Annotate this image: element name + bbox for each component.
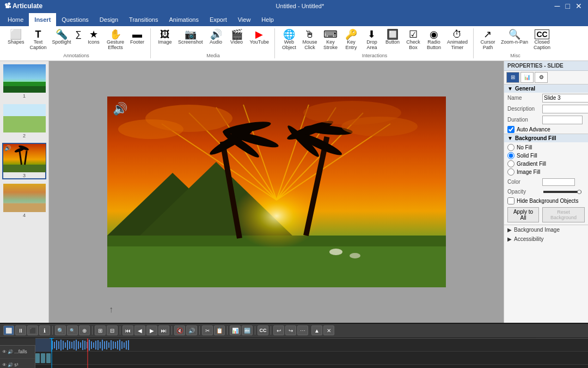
opacity-slider-thumb[interactable] xyxy=(577,190,581,194)
web-object-button[interactable]: 🌐 WebObject xyxy=(279,28,299,52)
cursor-path-button[interactable]: ↗ CursorPath xyxy=(478,28,498,52)
tl-collapse-btn[interactable]: ▲ xyxy=(311,325,322,335)
accessibility-section[interactable]: ▶ Accessibility xyxy=(504,234,588,244)
tl-cc-btn[interactable]: CC xyxy=(258,325,268,335)
slide-canvas[interactable]: 🔊 xyxy=(107,96,446,287)
tl-text-btn[interactable]: 🔤 xyxy=(242,325,253,335)
slide-duration-input[interactable] xyxy=(542,116,583,124)
tl-info-btn[interactable]: ℹ xyxy=(39,325,50,335)
tab-animations[interactable]: Animations xyxy=(163,13,204,26)
window-controls[interactable]: ─ □ ✕ xyxy=(553,2,584,10)
icons-button[interactable]: ★ Icons xyxy=(84,28,103,46)
solid-fill-radio[interactable] xyxy=(507,152,514,159)
tl-forward-end-btn[interactable]: ⏭ xyxy=(158,325,169,335)
gesture-effects-button[interactable]: ✋ GestureEffects xyxy=(105,28,126,52)
mouse-click-button[interactable]: 🖱 MouseClick xyxy=(300,28,320,52)
slide-name-input[interactable] xyxy=(542,94,588,102)
zoom-n-pan-button[interactable]: 🔍 Zoom-n-Pan xyxy=(499,28,530,46)
tl-rewind-start-btn[interactable]: ⏮ xyxy=(122,325,133,335)
tl-undo-btn[interactable]: ↩ xyxy=(273,325,284,335)
slide-thumb-2[interactable]: 2 xyxy=(2,103,46,140)
tl-remove-track-btn[interactable]: ⊟ xyxy=(107,325,118,335)
auto-advance-checkbox[interactable] xyxy=(507,126,514,133)
slide-thumb-4[interactable]: 4 xyxy=(2,183,46,219)
tab-design[interactable]: Design xyxy=(94,13,124,26)
youtube-button[interactable]: ▶ YouTube xyxy=(248,28,271,46)
tab-view[interactable]: View xyxy=(232,13,256,26)
maximize-btn[interactable]: □ xyxy=(566,2,570,10)
tab-home[interactable]: Home xyxy=(2,13,29,26)
tab-export[interactable]: Export xyxy=(204,13,232,26)
tab-questions[interactable]: Questions xyxy=(56,13,94,26)
screenshot-button[interactable]: 📷 Screenshot xyxy=(176,28,205,46)
closed-caption-button[interactable]: CC ClosedCaption xyxy=(531,28,553,52)
audio-waveform-svg xyxy=(35,339,536,352)
tl-select-btn[interactable]: ⬜ xyxy=(3,325,14,335)
button-button[interactable]: 🔲 Button xyxy=(383,28,402,46)
apply-to-all-button[interactable]: Apply to All xyxy=(507,207,539,222)
shapes-button[interactable]: ⬜ Shapes xyxy=(5,28,27,46)
tl-volume-btn[interactable]: 🔊 xyxy=(186,325,197,335)
document-title: Untitled - Untitled* xyxy=(47,3,553,9)
image-button[interactable]: 🖼 Image xyxy=(155,28,175,46)
ribbon-group-misc: ↗ CursorPath 🔍 Zoom-n-Pan CC ClosedCapti… xyxy=(475,28,556,58)
solid-fill-row: Solid Fill xyxy=(507,152,585,160)
spotlight-button[interactable]: 🔦 Spotlight xyxy=(50,28,74,46)
radio-button-button[interactable]: ◉ RadioButton xyxy=(424,28,444,52)
tl-add-track-btn[interactable]: ⊞ xyxy=(95,325,106,335)
tab-transitions[interactable]: Transitions xyxy=(124,13,163,26)
main-canvas: ↑ xyxy=(49,61,504,323)
tl-pause-btn[interactable]: ⏸ xyxy=(15,325,26,335)
close-btn[interactable]: ✕ xyxy=(575,2,582,10)
hide-objects-checkbox[interactable] xyxy=(507,197,514,204)
tl-more-btn[interactable]: ⋯ xyxy=(297,325,308,335)
background-image-section[interactable]: ▶ Background Image xyxy=(504,225,588,234)
tl-chart-btn[interactable]: 📊 xyxy=(230,325,241,335)
tl-zoom-fit-btn[interactable]: 🔍 xyxy=(67,325,78,335)
props-tab-settings[interactable]: ⚙ xyxy=(535,72,548,83)
math-button[interactable]: ∑ xyxy=(75,28,83,40)
footer-button[interactable]: ▬ Footer xyxy=(127,28,147,46)
tl-close-btn[interactable]: ✕ xyxy=(323,325,334,335)
slide-audio-button[interactable]: 🔊 xyxy=(113,102,127,116)
opacity-slider[interactable] xyxy=(543,191,581,193)
drop-area-button[interactable]: ⬇ DropArea xyxy=(362,28,382,52)
tl-zoom-in-btn[interactable]: ⊕ xyxy=(79,325,90,335)
slide-thumb-3[interactable]: 🔊 3 xyxy=(2,143,46,179)
gradient-fill-radio[interactable] xyxy=(507,160,514,167)
tab-help[interactable]: Help xyxy=(256,13,279,26)
svg-point-42 xyxy=(329,249,342,255)
general-section-header[interactable]: ▼ General xyxy=(504,85,588,93)
reset-background-button[interactable]: Reset Background xyxy=(542,207,585,222)
props-tab-layout[interactable]: ⊞ xyxy=(506,72,519,83)
tl-next-frame-btn[interactable]: ▶ xyxy=(146,325,157,335)
video-button[interactable]: 🎬 Video xyxy=(227,28,247,46)
key-stroke-button[interactable]: ⌨ KeyStroke xyxy=(321,28,340,52)
image-fill-radio[interactable] xyxy=(507,168,514,176)
check-box-button[interactable]: ☑ CheckBox xyxy=(403,28,423,52)
slide-description-input[interactable] xyxy=(542,105,588,113)
tl-stop-btn[interactable]: ⬛ xyxy=(27,325,38,335)
slide-thumb-1[interactable]: 1 xyxy=(2,63,46,100)
tab-insert[interactable]: Insert xyxy=(29,13,56,26)
slide-1-svg xyxy=(3,64,46,93)
background-fill-header[interactable]: ▼ Background Fill xyxy=(504,134,588,142)
tl-cut-btn[interactable]: ✂ xyxy=(202,325,213,335)
tl-prev-frame-btn[interactable]: ◀ xyxy=(134,325,145,335)
color-swatch[interactable] xyxy=(542,178,575,186)
audio-button[interactable]: 🔊 Audio xyxy=(206,28,226,46)
minimize-btn[interactable]: ─ xyxy=(555,2,560,10)
tl-redo-btn[interactable]: ↪ xyxy=(285,325,296,335)
props-tab-chart[interactable]: 📊 xyxy=(520,72,534,83)
text-caption-button[interactable]: T TextCaption xyxy=(28,28,49,52)
key-entry-button[interactable]: 🔑 KeyEntry xyxy=(341,28,361,52)
svg-rect-13 xyxy=(3,203,46,212)
tl-mute-btn[interactable]: 🔇 xyxy=(174,325,185,335)
tl-paste-btn[interactable]: 📋 xyxy=(214,325,225,335)
animated-timer-button[interactable]: ⏱ AnimatedTimer xyxy=(445,28,470,52)
slide-track-1-svg xyxy=(35,352,536,365)
tl-zoom-out-btn[interactable]: 🔍 xyxy=(55,325,66,335)
screenshot-icon: 📷 xyxy=(185,29,197,39)
no-fill-radio[interactable] xyxy=(507,144,514,151)
image-icon: 🖼 xyxy=(160,29,170,39)
